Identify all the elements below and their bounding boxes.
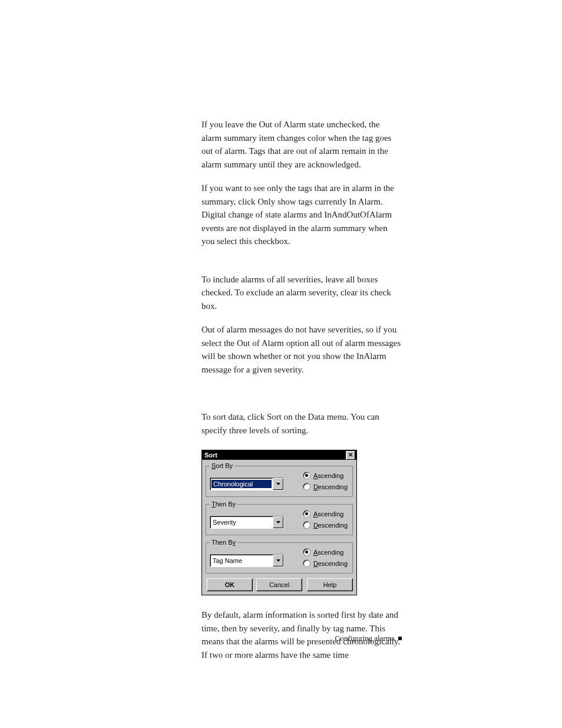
paragraph: Out of alarm messages do not have severi…	[201, 323, 402, 376]
combo-value: Severity	[210, 519, 273, 526]
cancel-button[interactable]: Cancel	[256, 578, 302, 591]
descending-radio[interactable]: Descending	[303, 559, 348, 567]
sort-by-group: Sort By Chronological Ascending	[206, 462, 353, 497]
chevron-down-icon[interactable]	[273, 555, 283, 566]
radio-icon	[303, 483, 310, 490]
paragraph: If you want to see only the tags that ar…	[201, 182, 402, 248]
paragraph: To include alarms of all severities, lea…	[201, 273, 402, 313]
radio-label: Descending	[313, 483, 348, 490]
radio-label: Ascending	[313, 549, 343, 556]
dialog-button-row: OK Cancel Help	[206, 577, 353, 591]
group-legend: Then By	[210, 500, 237, 508]
radio-icon	[303, 472, 310, 479]
chevron-down-icon[interactable]	[273, 516, 283, 528]
paragraph: To sort data, click Sort on the Data men…	[201, 410, 402, 437]
dialog-body: Sort By Chronological Ascending	[202, 460, 356, 595]
sort-by-combo[interactable]: Chronological	[210, 477, 284, 490]
radio-icon	[303, 548, 310, 556]
radio-icon	[303, 559, 310, 567]
group-legend: Then By	[210, 539, 237, 546]
radio-group: Ascending Descending	[303, 548, 348, 567]
ascending-radio[interactable]: Ascending	[303, 510, 348, 518]
ascending-radio[interactable]: Ascending	[303, 548, 348, 556]
square-bullet-icon	[398, 637, 402, 640]
then-by-group-1: Then By Severity Ascending	[206, 500, 353, 535]
page-footer: Configuring alarms	[335, 634, 402, 643]
radio-label: Ascending	[313, 510, 343, 518]
group-legend: Sort By	[210, 462, 234, 469]
ascending-radio[interactable]: Ascending	[303, 472, 348, 479]
svg-marker-2	[276, 559, 280, 562]
help-button[interactable]: Help	[307, 578, 353, 591]
radio-label: Ascending	[313, 472, 343, 479]
ok-button[interactable]: OK	[207, 578, 253, 591]
chevron-down-icon[interactable]	[273, 478, 283, 490]
descending-radio[interactable]: Descending	[303, 521, 348, 529]
radio-group: Ascending Descending	[303, 510, 348, 529]
then-by-combo-2[interactable]: Tag Name	[210, 554, 284, 567]
close-icon[interactable]: ✕	[346, 451, 355, 460]
then-by-combo-1[interactable]: Severity	[210, 516, 284, 529]
svg-marker-0	[276, 483, 280, 485]
footer-text: Configuring alarms	[335, 634, 395, 643]
page-content: If you leave the Out of Alarm state unch…	[201, 118, 402, 672]
descending-radio[interactable]: Descending	[303, 483, 348, 490]
combo-value: Tag Name	[210, 557, 273, 564]
svg-marker-1	[276, 521, 280, 523]
then-by-group-2: Then By Tag Name Ascending	[206, 539, 353, 574]
radio-icon	[303, 510, 310, 518]
radio-label: Descending	[313, 522, 348, 529]
radio-icon	[303, 521, 310, 529]
dialog-title: Sort	[204, 452, 217, 459]
combo-value: Chronological	[211, 480, 272, 488]
radio-label: Descending	[313, 560, 348, 567]
sort-dialog: Sort ✕ Sort By Chronological	[201, 450, 357, 595]
paragraph: If you leave the Out of Alarm state unch…	[201, 118, 402, 171]
radio-group: Ascending Descending	[303, 472, 348, 490]
dialog-titlebar[interactable]: Sort ✕	[202, 450, 356, 460]
